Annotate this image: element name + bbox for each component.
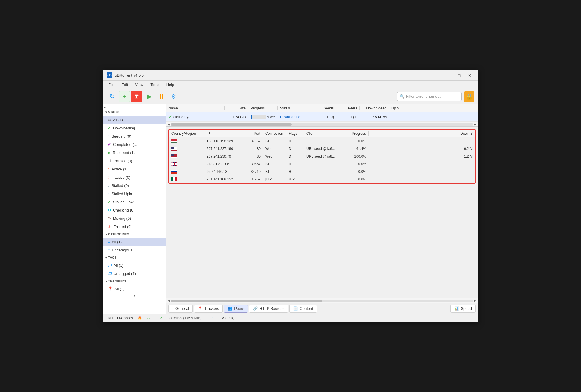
peers-th-down-speed[interactable]: Down S [369, 131, 475, 136]
th-seeds[interactable]: Seeds [313, 106, 336, 110]
sidebar-item-downloading[interactable]: ✔ Downloading... [103, 124, 166, 132]
th-size[interactable]: Size [225, 106, 248, 110]
peers-hscroll-thumb[interactable] [171, 300, 322, 302]
th-up-speed[interactable]: Up S [389, 106, 478, 110]
menu-file[interactable]: File [105, 82, 117, 87]
peers-th-flags[interactable]: Flags [286, 131, 304, 136]
tab-content[interactable]: 📄 Content [289, 305, 317, 313]
peers-th-ip[interactable]: IP [204, 131, 245, 136]
peer-progress-1: 61.4% [345, 147, 369, 151]
menu-view[interactable]: View [132, 82, 146, 87]
peers-row-3[interactable]: 213.81.82.106 39667 BT H 0.0% [169, 160, 475, 168]
tab-general[interactable]: ℹ General [168, 305, 193, 313]
th-down-speed[interactable]: Down Speed [360, 106, 389, 110]
th-name[interactable]: Name [166, 106, 225, 110]
search-input[interactable] [406, 94, 459, 99]
tab-peers[interactable]: 👥 Peers [224, 305, 248, 313]
sidebar-item-seeding[interactable]: ↑ Seeding (0) [103, 132, 166, 140]
toolbar: ↻ + 🗑 ▶ ⏸ ⚙ 🔍 🔒 [103, 89, 478, 104]
sidebar-scroll-down-icon[interactable]: ▾ [134, 294, 135, 297]
menu-edit[interactable]: Edit [119, 82, 131, 87]
hscroll-track[interactable] [171, 123, 473, 126]
th-peers[interactable]: Peers [336, 106, 360, 110]
sidebar-item-completed[interactable]: ✔ Completed (... [103, 140, 166, 148]
sidebar-item-resumed[interactable]: ▶ Resumed (1) [103, 148, 166, 157]
minimize-button[interactable]: — [444, 72, 453, 79]
sidebar-item-inactive[interactable]: ↕ Inactive (0) [103, 173, 166, 181]
sidebar-item-tag-all[interactable]: 🏷 All (1) [103, 261, 166, 269]
peers-th-progress[interactable]: Progress [345, 131, 369, 136]
peers-row-5[interactable]: 201.141.108.152 37967 µTP H P 0.0% [169, 175, 475, 183]
peers-hscroll-right-arrow[interactable]: ▶ [473, 299, 477, 302]
status-section-header[interactable]: ▾ STATUS [103, 109, 166, 116]
tab-http-sources[interactable]: 🔗 HTTP Sources [249, 305, 288, 313]
svg-rect-29 [171, 164, 177, 164]
peers-hscroll[interactable]: ◀ ▶ [166, 298, 478, 303]
hscroll-right-arrow[interactable]: ▶ [473, 123, 477, 126]
peer-connection-0: BT [263, 139, 286, 143]
chevron-down-icon-trackers: ▾ [105, 280, 107, 283]
sidebar-item-stalled[interactable]: ↕ Stalled (0) [103, 181, 166, 190]
hscroll-thumb[interactable] [171, 123, 292, 126]
categories-section-header[interactable]: ▾ CATEGORIES [103, 231, 166, 238]
active-icon: ↕ [108, 167, 110, 171]
peer-progress-2: 100.0% [345, 154, 369, 158]
peer-connection-5: µTP [263, 177, 286, 181]
th-progress[interactable]: Progress [248, 106, 278, 110]
peer-port-4: 34719 [245, 170, 263, 174]
torrent-progress: 9.8% [248, 115, 278, 119]
sidebar-item-all[interactable]: ≋ All (1) [103, 116, 166, 124]
sidebar-item-errored[interactable]: ⚠ Errored (0) [103, 222, 166, 231]
tab-speed[interactable]: 📊 Speed [450, 305, 476, 313]
sidebar-item-moving[interactable]: ⟳ Moving (0) [103, 214, 166, 222]
menu-help[interactable]: Help [163, 82, 177, 87]
resume-button[interactable]: ▶ [143, 91, 155, 102]
sidebar-item-tag-untagged[interactable]: 🏷 Untagged (1) [103, 269, 166, 278]
peers-hscroll-left-arrow[interactable]: ◀ [167, 299, 171, 302]
sidebar-item-stalled-up[interactable]: ↑ Stalled Uplo... [103, 190, 166, 198]
th-status[interactable]: Status [278, 106, 313, 110]
peers-row-1[interactable]: 207.241.227.160 80 Web D URL seed @ ia6.… [169, 145, 475, 153]
peers-row-0[interactable]: 188.113.198.129 37967 BT H 0.0% [169, 137, 475, 145]
sidebar-item-uncategorised[interactable]: ≡ Uncategoris... [103, 246, 166, 254]
add-torrent-button[interactable]: + [119, 91, 130, 102]
pause-button[interactable]: ⏸ [156, 91, 167, 102]
settings-button[interactable]: ⚙ [168, 91, 179, 102]
peers-th-country[interactable]: Country/Region [169, 131, 204, 136]
tags-section-header[interactable]: ▾ TAGS [103, 254, 166, 261]
checking-icon: ↻ [108, 208, 111, 212]
refresh-button[interactable]: ↻ [107, 91, 118, 102]
svg-rect-8 [171, 149, 177, 150]
peers-row-2[interactable]: 207.241.230.70 80 Web D URL seed @ ia8..… [169, 153, 475, 160]
close-button[interactable]: ✕ [465, 72, 474, 79]
peers-th-port[interactable]: Port [245, 131, 263, 136]
peers-hscroll-track[interactable] [171, 300, 473, 302]
hscroll-left-arrow[interactable]: ◀ [167, 123, 171, 126]
sidebar-item-checking[interactable]: ↻ Checking (0) [103, 206, 166, 214]
sidebar-item-cat-all[interactable]: ≡ All (1) [103, 238, 166, 246]
delete-button[interactable]: 🗑 [131, 91, 142, 102]
torrent-down-speed: 7.5 MiB/s [360, 115, 389, 119]
sidebar-item-paused[interactable]: ⏸ Paused (0) [103, 157, 166, 165]
bottom-tabs: ℹ General 📍 Trackers 👥 Peers 🔗 HTTP Sour… [166, 303, 478, 314]
sidebar-item-tracker-all[interactable]: 📍 All (1) [103, 285, 166, 293]
sidebar-item-stalled-down[interactable]: ✔ Stalled Dow... [103, 198, 166, 206]
menubar: File Edit View Tools Help [103, 81, 478, 89]
sidebar-item-active[interactable]: ↕ Active (1) [103, 165, 166, 173]
peers-th-client[interactable]: Client [304, 131, 345, 136]
peers-row-4[interactable]: 95.24.166.18 34719 BT H 0.0% [169, 168, 475, 175]
torrent-row[interactable]: ✔ dictionaryof... 1.74 GiB 9.8% Download… [166, 112, 478, 122]
torrent-hscroll[interactable]: ◀ ▶ [166, 122, 478, 127]
maximize-button[interactable]: □ [455, 72, 464, 79]
torrent-list: Name Size Progress Status Seeds Peers Do… [166, 104, 478, 122]
content-icon: 📄 [293, 306, 298, 311]
menu-tools[interactable]: Tools [147, 82, 162, 87]
peers-th-connection[interactable]: Connection [263, 131, 286, 136]
upload-icon: ↑ [211, 316, 213, 320]
tab-trackers[interactable]: 📍 Trackers [194, 305, 223, 313]
main-area: ▴ ▾ STATUS ≋ All (1) ✔ Downloading... ↑ … [103, 104, 478, 314]
peer-client-2: URL seed @ ia8... [304, 154, 345, 158]
trackers-section-header[interactable]: ▾ TRACKERS [103, 278, 166, 285]
lock-button[interactable]: 🔒 [464, 91, 474, 102]
tag-untagged-icon: 🏷 [108, 271, 112, 276]
